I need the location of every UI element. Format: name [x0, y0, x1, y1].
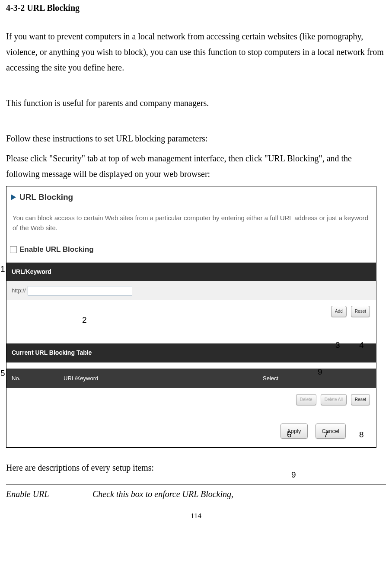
descriptions-heading: Here are descriptions of every setup ite… — [6, 460, 386, 475]
col-url: URL/Keyword — [64, 373, 263, 383]
enable-label: Enable URL Blocking — [19, 243, 94, 257]
annotation-1: 1 — [0, 262, 5, 276]
delete-button[interactable]: Delete — [296, 394, 316, 405]
annotation-6: 6 — [287, 427, 292, 442]
http-prefix-label: http:// — [12, 285, 26, 295]
reset-button[interactable]: Reset — [351, 306, 370, 317]
add-button[interactable]: Add — [331, 306, 347, 317]
annotation-8: 8 — [359, 427, 364, 442]
cancel-button[interactable]: Cancel — [316, 423, 346, 439]
paragraph-1: If you want to prevent computers in a lo… — [6, 29, 386, 75]
panel-title: URL Blocking — [19, 190, 73, 205]
annotation-5: 5 — [0, 366, 5, 381]
annotation-3: 3 — [335, 338, 340, 353]
paragraph-3: Follow these instructions to set URL blo… — [6, 131, 386, 146]
page-number: 114 — [6, 510, 386, 523]
enable-checkbox[interactable] — [10, 246, 17, 253]
panel-description: You can block access to certain Web site… — [6, 208, 376, 241]
arrow-icon — [11, 194, 16, 200]
apply-button[interactable]: Apply — [280, 423, 308, 439]
paragraph-2: This function is useful for parents and … — [6, 95, 386, 111]
section-title: 4-3-2 URL Blocking — [6, 0, 386, 16]
reset-button-2[interactable]: Reset — [351, 394, 370, 405]
annotation-7: 7 — [324, 427, 328, 442]
col-no: No. — [12, 373, 64, 383]
annotation-9a: 9 — [318, 365, 322, 379]
setup-item-desc: Check this box to enforce URL Blocking, — [92, 486, 386, 502]
screenshot-panel: URL Blocking You can block access to cer… — [6, 186, 376, 448]
annotation-9b: 9 — [291, 468, 296, 482]
current-table-header: Current URL Blocking Table — [6, 343, 376, 362]
annotation-2: 2 — [82, 313, 87, 327]
separator — [6, 484, 386, 484]
url-input[interactable] — [28, 286, 132, 295]
col-select: Select — [263, 373, 371, 383]
setup-item-label: Enable URL — [6, 486, 92, 502]
setup-item-row: Enable URL Check this box to enforce URL… — [6, 486, 386, 502]
annotation-4: 4 — [359, 338, 364, 353]
delete-all-button[interactable]: Delete All — [321, 394, 347, 405]
url-keyword-header: URL/Keyword — [6, 263, 376, 281]
paragraph-4: Please click "Security" tab at top of we… — [6, 151, 386, 182]
